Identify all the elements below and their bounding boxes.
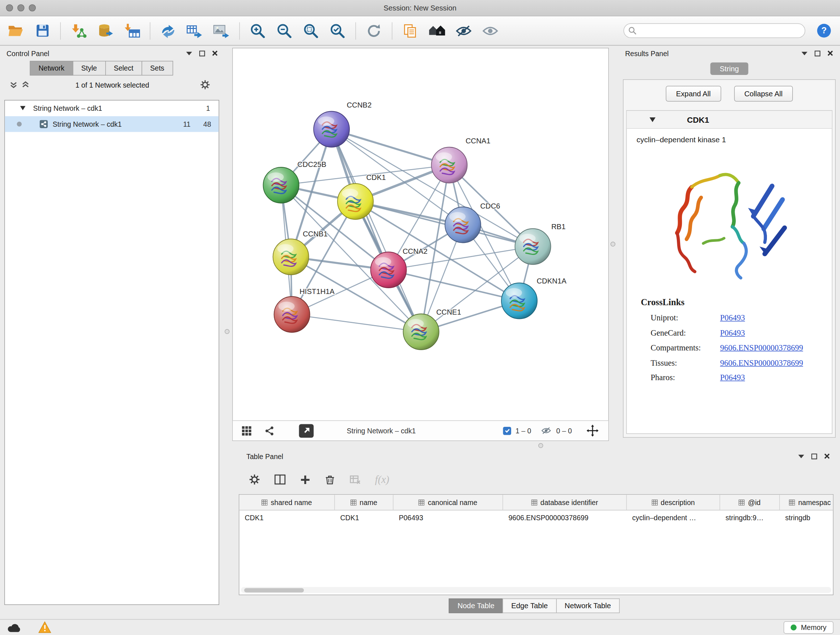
export-network-button[interactable] — [183, 19, 206, 43]
section-disclosure-icon[interactable] — [650, 117, 656, 122]
network-node-ccnb1[interactable] — [273, 239, 309, 275]
network-options-gear-icon[interactable] — [200, 79, 210, 90]
crosslink-link[interactable]: 9606.ENSP00000378699 — [720, 358, 803, 367]
hidden-eye-icon[interactable] — [541, 421, 552, 440]
expand-all-button[interactable]: Expand All — [666, 86, 721, 102]
table-row[interactable]: CDK1CDK1P064939606.ENSP00000378699cyclin… — [240, 510, 833, 525]
table-cell[interactable]: stringdb:9… — [720, 510, 780, 525]
network-canvas[interactable]: CCNB2CCNA1CDC25BCDK1CDC6RB1CCNB1CCNA2CDK… — [233, 49, 608, 402]
table-hscrollbar[interactable] — [241, 587, 831, 593]
network-row-selected[interactable]: String Network – cdk1 11 48 — [5, 116, 219, 132]
close-window-button[interactable] — [6, 4, 13, 11]
disclosure-triangle-icon[interactable] — [20, 106, 26, 111]
import-network-database-button[interactable] — [94, 19, 117, 43]
show-all-button[interactable] — [425, 19, 448, 43]
column-header-shared-name[interactable]: shared name — [240, 495, 335, 510]
network-node-cdkn1a[interactable] — [501, 283, 537, 319]
memory-button[interactable]: Memory — [783, 621, 834, 633]
column-header-namespac[interactable]: namespac — [780, 495, 834, 510]
show-hidden-button[interactable] — [478, 19, 501, 43]
protein-structure-image — [662, 147, 797, 293]
pan-crosshair-icon[interactable] — [587, 421, 599, 440]
network-collection-row[interactable]: String Network – cdk1 1 — [5, 101, 219, 117]
hscrollbar-thumb[interactable] — [244, 588, 304, 592]
crosslink-link[interactable]: 9606.ENSP00000378699 — [720, 343, 803, 353]
column-header-description[interactable]: description — [627, 495, 720, 510]
share-network-button[interactable] — [157, 19, 180, 43]
import-table-button[interactable] — [120, 19, 143, 43]
tab-sets[interactable]: Sets — [141, 61, 173, 76]
left-splitter-handle[interactable] — [225, 329, 230, 334]
table-cell[interactable]: CDK1 — [335, 510, 393, 525]
collapse-all-button[interactable]: Collapse All — [734, 86, 793, 102]
network-node-ccna1[interactable] — [431, 147, 467, 183]
tab-edge-table[interactable]: Edge Table — [502, 599, 556, 613]
crosslink-link[interactable]: P06493 — [720, 314, 745, 323]
protein-section: CDK1 cyclin–dependent kinase 1 — [626, 111, 832, 434]
grid-view-icon[interactable] — [242, 421, 252, 440]
delete-column-icon[interactable] — [325, 474, 335, 486]
float-panel-icon[interactable] — [199, 50, 205, 57]
zoom-out-button[interactable] — [273, 19, 296, 43]
hide-selected-button[interactable] — [452, 19, 475, 43]
apply-layout-button[interactable] — [363, 19, 385, 43]
search-input[interactable] — [624, 24, 806, 38]
float-panel-icon[interactable] — [815, 50, 821, 57]
cloud-icon[interactable] — [6, 622, 22, 633]
table-cell[interactable]: 9606.ENSP00000378699 — [503, 510, 627, 525]
panel-menu-icon[interactable] — [186, 51, 193, 56]
close-panel-icon[interactable] — [212, 50, 218, 57]
zoom-selected-button[interactable] — [326, 19, 349, 43]
network-edge[interactable] — [332, 129, 422, 332]
open-session-button[interactable] — [4, 19, 27, 43]
minimize-window-button[interactable] — [17, 4, 25, 11]
crosslink-link[interactable]: P06493 — [720, 373, 745, 383]
zoom-window-button[interactable] — [29, 4, 36, 11]
export-image-button[interactable] — [210, 19, 233, 43]
table-cell[interactable]: CDK1 — [240, 510, 335, 525]
column-header-name[interactable]: name — [335, 495, 393, 510]
save-session-button[interactable] — [31, 19, 54, 43]
main-toolbar: ? — [0, 16, 840, 46]
column-header--id[interactable]: @id — [720, 495, 780, 510]
column-header-database-identifier[interactable]: database identifier — [503, 495, 627, 510]
network-node-cdk1[interactable] — [338, 184, 373, 219]
table-cell[interactable]: P06493 — [393, 510, 503, 525]
help-button[interactable]: ? — [817, 24, 832, 38]
tab-network[interactable]: Network — [30, 61, 73, 76]
column-header-canonical-name[interactable]: canonical name — [393, 495, 503, 510]
zoom-fit-button[interactable] — [300, 19, 322, 43]
copy-button[interactable] — [399, 19, 422, 43]
show-columns-icon[interactable] — [274, 473, 286, 486]
network-edge[interactable] — [292, 315, 421, 332]
right-splitter-handle[interactable] — [611, 242, 616, 247]
open-in-window-button[interactable] — [299, 421, 314, 440]
network-edge[interactable] — [332, 129, 450, 165]
table-options-gear-icon[interactable] — [248, 473, 261, 486]
close-panel-icon[interactable] — [824, 453, 830, 459]
tab-string[interactable]: String — [711, 63, 748, 75]
svg-text:?: ? — [821, 25, 827, 35]
crosslink-link[interactable]: P06493 — [720, 328, 745, 338]
network-edge[interactable] — [355, 202, 533, 247]
tab-node-table[interactable]: Node Table — [449, 599, 503, 613]
warning-icon[interactable] — [38, 621, 52, 633]
table-cell[interactable]: cyclin–dependent … — [627, 510, 720, 525]
tab-style[interactable]: Style — [73, 61, 106, 76]
network-overview-icon[interactable] — [264, 421, 275, 440]
bottom-splitter-handle[interactable] — [538, 443, 543, 448]
close-panel-icon[interactable] — [827, 50, 834, 57]
node-label-rb1: RB1 — [551, 223, 565, 231]
import-table-icon — [123, 22, 141, 39]
float-panel-icon[interactable] — [812, 453, 818, 459]
panel-menu-icon[interactable] — [801, 51, 808, 56]
zoom-in-button[interactable] — [246, 19, 269, 43]
tab-network-table[interactable]: Network Table — [556, 599, 620, 613]
import-network-file-button[interactable] — [67, 19, 90, 43]
refresh-icon — [366, 22, 382, 39]
table-cell[interactable]: stringdb — [780, 510, 834, 525]
add-column-icon[interactable] — [300, 474, 311, 486]
selected-checkbox[interactable] — [503, 421, 512, 440]
panel-menu-icon[interactable] — [798, 454, 805, 459]
tab-select[interactable]: Select — [105, 61, 142, 76]
